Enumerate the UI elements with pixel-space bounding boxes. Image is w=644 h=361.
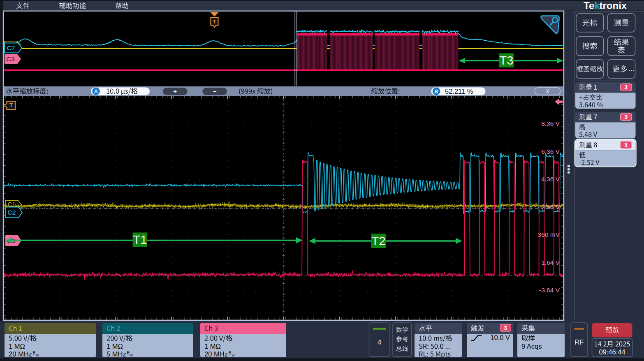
svg-text:RF: RF: [575, 338, 584, 346]
svg-text:+: +: [173, 88, 177, 95]
svg-text:w: w: [232, 353, 235, 357]
svg-text:8.36 V: 8.36 V: [541, 120, 560, 127]
svg-text:1 MΩ: 1 MΩ: [9, 342, 25, 350]
svg-text:4: 4: [378, 338, 381, 346]
svg-text:–: –: [213, 88, 216, 95]
svg-text:1 MΩ: 1 MΩ: [107, 342, 123, 350]
svg-text:...: ...: [628, 64, 635, 72]
svg-text:X: X: [545, 88, 549, 95]
svg-text:52.211 %: 52.211 %: [445, 88, 473, 95]
svg-text:3: 3: [624, 84, 628, 90]
svg-text:3: 3: [624, 113, 628, 120]
svg-text:T3: T3: [500, 54, 514, 67]
svg-text:w: w: [36, 353, 39, 357]
svg-text:5 MHz: 5 MHz: [107, 350, 126, 358]
svg-text:3: 3: [504, 324, 507, 331]
svg-text:-3.64 V: -3.64 V: [539, 287, 560, 294]
svg-text:T: T: [9, 102, 13, 109]
svg-text:tronix: tronix: [600, 0, 627, 11]
svg-text:C2: C2: [8, 209, 16, 216]
svg-text:T1: T1: [133, 233, 147, 246]
svg-text:B: B: [33, 351, 36, 355]
svg-text:B: B: [127, 351, 130, 355]
svg-text:6.36 V: 6.36 V: [541, 148, 560, 155]
svg-text:2.36 V: 2.36 V: [541, 204, 560, 211]
svg-text:20 MHz: 20 MHz: [9, 350, 32, 358]
svg-text:9 Acqs: 9 Acqs: [521, 342, 542, 350]
svg-text:360 mV: 360 mV: [538, 231, 560, 238]
svg-text:4.36 V: 4.36 V: [541, 176, 560, 183]
svg-text:-1.64 V: -1.64 V: [539, 259, 560, 266]
svg-text:1 MΩ: 1 MΩ: [204, 342, 221, 350]
svg-text:A: A: [94, 88, 98, 95]
svg-text:T: T: [213, 19, 216, 25]
svg-text:10.0 V: 10.0 V: [490, 334, 510, 341]
svg-text:20 MHz: 20 MHz: [204, 350, 228, 358]
svg-text:w: w: [130, 353, 133, 357]
svg-text:T2: T2: [371, 234, 385, 248]
svg-text:C2: C2: [7, 44, 15, 51]
svg-text:Te: Te: [584, 0, 594, 11]
svg-text:3: 3: [624, 141, 628, 148]
svg-text:B: B: [229, 351, 232, 355]
svg-text:B: B: [434, 88, 438, 95]
svg-text:09:46:44: 09:46:44: [599, 348, 625, 356]
svg-text:C3: C3: [7, 56, 15, 62]
